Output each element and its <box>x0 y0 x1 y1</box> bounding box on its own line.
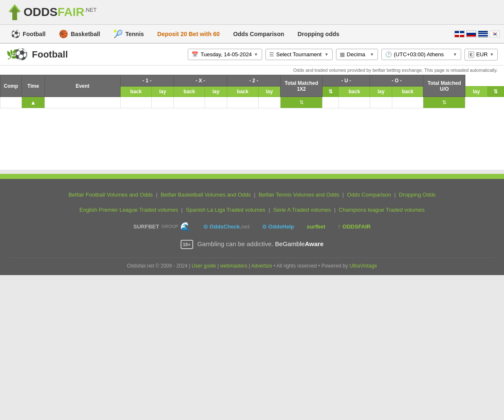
basketball-icon: 🏀 <box>59 29 68 39</box>
th-back-o[interactable]: back <box>392 87 423 97</box>
oddscheck-net: .net <box>240 223 249 230</box>
footer-advertize-link[interactable]: Advertize <box>251 263 272 269</box>
footer-link-odds-comparison[interactable]: Odds Comparison <box>347 192 391 198</box>
th-total-1x2: Total Matched 1X2 <box>281 75 323 97</box>
footer-link-football[interactable]: Betfair Football Volumes and Odds <box>68 192 153 198</box>
th-sort-1x2[interactable]: ⇅ <box>323 87 339 97</box>
footer-powered-by-link[interactable]: UltraVintage <box>349 263 377 269</box>
footer-link-dropping-odds[interactable]: Dropping Odds <box>399 192 436 198</box>
th-back-u[interactable]: back <box>339 87 370 97</box>
gamble-text-bold: BeGambleAware <box>275 240 324 247</box>
flag-kr[interactable]: 🇰🇷 <box>490 31 500 37</box>
date-dropdown-arrow: ▼ <box>254 52 258 57</box>
nav-item-odds-comparison[interactable]: Odds Comparison <box>226 25 291 43</box>
footer-logo-surfbet[interactable]: SURFBET GROUP 🌊 <box>134 221 191 231</box>
td-time-sort[interactable]: ▲ <box>22 97 45 108</box>
nav-item-basketball[interactable]: 🏀 Basketball <box>52 25 107 43</box>
th-sort-uo[interactable]: ⇅ <box>488 87 504 97</box>
footer-logo-oddshelp[interactable]: ⊙ OddsHelp <box>262 223 294 230</box>
td-event-sort <box>45 97 121 108</box>
td-comp-sort <box>0 97 22 108</box>
footer-bottom: Oddsfair.net © 2009 - 2024 | User guide … <box>8 257 496 269</box>
th-lay-u[interactable]: lay <box>370 87 392 97</box>
footer-sep-4: | <box>394 192 397 198</box>
age-badge: 18+ <box>181 240 193 249</box>
footer-link-tennis[interactable]: Betfair Tennis Volumes and Odds <box>259 192 339 198</box>
th-lay-x[interactable]: lay <box>205 87 227 97</box>
footer-sep-7: | <box>334 207 337 213</box>
football-icon: ⚽ <box>11 29 20 39</box>
footer-link-seriea[interactable]: Serie A Traded volumes <box>273 207 331 213</box>
tournament-filter[interactable]: ☰ Select Tournament ▼ <box>265 49 333 60</box>
footer-logos: SURFBET GROUP 🌊 ⊙ OddsCheck.net ⊙ OddsHe… <box>8 221 496 231</box>
footer-links-row1: Betfair Football Volumes and Odds | Betf… <box>8 189 496 200</box>
timezone-dropdown-arrow: ▼ <box>453 52 457 57</box>
nav-odds-comparison-label: Odds Comparison <box>233 31 284 37</box>
filter-bar: 📅 Tuesday, 14-05-2024 ▼ ☰ Select Tournam… <box>188 49 498 60</box>
nav-item-tennis[interactable]: 🎾 Tennis <box>107 25 150 43</box>
th-time: Time <box>22 75 45 97</box>
timezone-value: (UTC+03:00) Athens <box>394 51 444 58</box>
svg-marker-1 <box>10 6 20 20</box>
date-filter[interactable]: 📅 Tuesday, 14-05-2024 ▼ <box>188 49 262 60</box>
th-lay-2[interactable]: lay <box>258 87 281 97</box>
gamble-aware: 18+ Gambling can be addictive. BeGambleA… <box>8 240 496 249</box>
td-lay-1-val <box>152 97 174 108</box>
logo-bar: ODDS FAIR .NET <box>0 0 504 25</box>
footer-sep-5: | <box>181 207 184 213</box>
td-lay-u-val <box>339 97 370 108</box>
flag-en[interactable] <box>454 31 465 37</box>
logo[interactable]: ODDS FAIR .NET <box>8 4 97 20</box>
td-back-u-val <box>323 97 339 108</box>
footer-webmasters-link[interactable]: webmasters <box>220 263 247 269</box>
list-icon: ☰ <box>269 51 274 58</box>
th-back-2[interactable]: back <box>227 87 258 97</box>
th-lay-1[interactable]: lay <box>152 87 174 97</box>
footer-logo-oddscheck[interactable]: ⊙ OddsCheck.net <box>203 223 249 230</box>
tennis-icon: 🎾 <box>113 29 123 39</box>
th-lay-o[interactable]: lay <box>465 87 488 97</box>
td-lay-2-val <box>258 97 281 108</box>
odds-format-filter[interactable]: ▦ Decima ▼ <box>336 49 378 60</box>
nav-item-dropping-odds[interactable]: Dropping odds <box>291 25 346 43</box>
sort-arrow-icon: ▲ <box>30 99 36 106</box>
page-content: 🌿⚽ Football 📅 Tuesday, 14-05-2024 ▼ ☰ Se… <box>0 44 504 170</box>
nav-item-football[interactable]: ⚽ Football <box>4 25 52 43</box>
footer-sep-1: | <box>156 192 159 198</box>
date-value: Tuesday, 14-05-2024 <box>200 51 252 58</box>
flag-gr[interactable] <box>478 31 488 37</box>
footer-logo-surfbet2[interactable]: surfbet <box>307 223 325 230</box>
td-back-o-val <box>370 97 392 108</box>
footer-link-premier[interactable]: English Premier League Traded volumes <box>79 207 178 213</box>
timezone-filter[interactable]: 🕐 (UTC+03:00) Athens ▼ <box>381 49 461 60</box>
th-x: - X - <box>174 75 227 87</box>
footer: Betfair Football Volumes and Odds | Betf… <box>0 179 504 275</box>
flag-ru[interactable] <box>466 31 476 37</box>
footer-links-row2: English Premier League Traded volumes | … <box>8 207 496 213</box>
footer-userguide-link[interactable]: User guide <box>192 263 216 269</box>
info-message: Odds and traded volumes provided by betf… <box>0 66 504 75</box>
td-back-1-val <box>121 97 152 108</box>
grid-icon: ▦ <box>340 51 345 58</box>
currency-flag-icon: € <box>468 51 474 58</box>
clock-icon: 🕐 <box>385 51 392 58</box>
footer-link-laliga[interactable]: Spanish La Liga Traded volumes <box>186 207 265 213</box>
nav-tennis-label: Tennis <box>125 31 144 37</box>
currency-dropdown-arrow: ▼ <box>490 52 494 57</box>
currency-filter[interactable]: € EUR ▼ <box>465 49 498 60</box>
table-row-sort: ▲ ⇅ ⇅ <box>0 97 504 108</box>
td-total-1x2-val[interactable]: ⇅ <box>281 97 323 108</box>
th-2: - 2 - <box>227 75 281 87</box>
footer-link-champions[interactable]: Champions league Traded volumes <box>339 207 425 213</box>
footer-logo-oddsfair[interactable]: ↑ ODDSFAIR <box>338 223 370 230</box>
td-total-uo-val[interactable]: ⇅ <box>423 97 465 108</box>
td-lay-x-val <box>205 97 227 108</box>
nav-deposit-label: Deposit 20 Bet with 60 <box>158 31 220 37</box>
footer-link-basketball[interactable]: Betfair Basketball Volumes and Odds <box>160 192 251 198</box>
th-back-x[interactable]: back <box>174 87 205 97</box>
oddshelp-text: OddsHelp <box>268 223 294 230</box>
nav-item-deposit[interactable]: Deposit 20 Bet with 60 <box>151 25 227 43</box>
sort-uo-icon: ⇅ <box>442 100 446 105</box>
th-event: Event <box>45 75 121 97</box>
th-back-1[interactable]: back <box>121 87 152 97</box>
